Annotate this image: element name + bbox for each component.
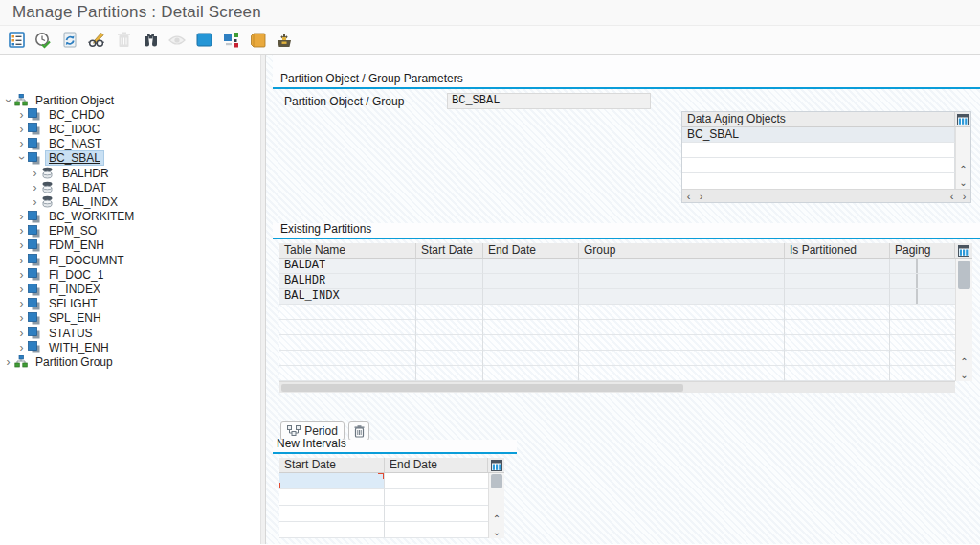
tree-item-fdm-enh[interactable]: › FDM_ENH — [0, 238, 260, 253]
cell-group[interactable] — [579, 289, 785, 305]
column-header-is-partitioned[interactable]: Is Partitioned — [785, 243, 890, 259]
start-date-input[interactable] — [279, 489, 385, 506]
chevron-right-icon[interactable]: › — [15, 212, 28, 221]
cell-is-partitioned[interactable] — [785, 274, 890, 289]
table-row[interactable] — [279, 489, 488, 506]
tree-item-bc-chdo[interactable]: › BC_CHDO — [0, 107, 260, 122]
tree-item-bc-nast[interactable]: › BC_NAST — [0, 137, 260, 151]
start-date-input[interactable] — [279, 473, 385, 489]
end-date-input[interactable] — [385, 506, 488, 522]
chevron-right-icon[interactable]: › — [15, 139, 28, 148]
refresh-button[interactable] — [61, 32, 78, 49]
display-change-button[interactable] — [88, 32, 105, 49]
chevron-down-icon[interactable]: › — [17, 152, 27, 165]
vertical-scrollbar[interactable] — [488, 473, 504, 511]
cell-table-name[interactable]: BAL_INDX — [279, 289, 416, 305]
column-header-start-date[interactable]: Start Date — [416, 243, 483, 259]
column-header-table-name[interactable]: Table Name — [279, 243, 416, 259]
scroll-right-button[interactable]: › — [958, 191, 970, 202]
chevron-right-icon[interactable]: › — [15, 125, 28, 134]
tree-item-bal-indx[interactable]: › BAL_INDX — [0, 194, 260, 209]
table-row[interactable]: BALHDR — [279, 274, 955, 289]
table-row[interactable]: BALDAT — [279, 259, 955, 274]
tree-item-status[interactable]: › STATUS — [0, 326, 260, 340]
chevron-right-icon[interactable]: › — [29, 197, 41, 207]
chevron-right-icon[interactable]: › — [15, 270, 28, 280]
delete-button[interactable] — [115, 32, 132, 49]
scrollbar-thumb[interactable] — [281, 384, 683, 392]
cell-start-date[interactable] — [416, 259, 483, 274]
tree-item-fi-documnt[interactable]: › FI_DOCUMNT — [0, 253, 260, 267]
table-row-empty[interactable] — [279, 320, 955, 335]
cell-paging[interactable] — [890, 289, 955, 305]
paging-checkbox[interactable] — [916, 259, 918, 273]
legend-button[interactable] — [222, 32, 239, 49]
start-date-input[interactable] — [279, 522, 385, 538]
cell-group[interactable] — [579, 274, 785, 289]
cell-group[interactable] — [579, 259, 785, 274]
note-button[interactable] — [249, 32, 266, 49]
scroll-left-button[interactable]: ‹ — [682, 191, 695, 202]
column-header-start-date[interactable]: Start Date — [279, 458, 385, 473]
tree-item-partition-object[interactable]: › Partition Object — [0, 93, 260, 107]
data-aging-row[interactable] — [682, 173, 955, 189]
tree-item-epm-so[interactable]: › EPM_SO — [0, 224, 260, 238]
tree-item-baldat[interactable]: › BALDAT — [0, 180, 260, 194]
tree-item-bc-idoc[interactable]: › BC_IDOC — [0, 122, 260, 136]
delete-interval-button[interactable] — [348, 421, 369, 441]
preview-button[interactable] — [168, 32, 186, 49]
tree-item-bc-sbal[interactable]: › BC_SBAL — [0, 151, 260, 166]
tree-item-fi-index[interactable]: › FI_INDEX — [0, 282, 260, 296]
table-settings-button[interactable] — [955, 112, 970, 127]
cell-start-date[interactable] — [416, 274, 483, 289]
chevron-down-icon[interactable]: › — [4, 94, 13, 106]
cell-paging[interactable] — [890, 259, 955, 274]
end-date-input[interactable] — [385, 473, 488, 489]
chevron-right-icon[interactable]: › — [15, 313, 28, 323]
detail-list-button[interactable] — [8, 32, 25, 49]
chevron-right-icon[interactable]: › — [15, 226, 28, 236]
paging-checkbox[interactable] — [916, 274, 918, 288]
table-row-empty[interactable] — [279, 335, 955, 351]
column-header-end-date[interactable]: End Date — [385, 458, 488, 473]
cell-paging[interactable] — [890, 274, 955, 289]
chevron-right-icon[interactable]: › — [15, 284, 28, 294]
chevron-right-icon[interactable]: › — [15, 110, 28, 120]
paging-checkbox[interactable] — [916, 289, 918, 304]
cell-start-date[interactable] — [416, 289, 483, 305]
scrollbar-thumb[interactable] — [491, 474, 502, 488]
cell-table-name[interactable]: BALHDR — [279, 274, 416, 289]
scrollbar-thumb[interactable] — [958, 261, 970, 289]
column-header-group[interactable]: Group — [579, 243, 785, 259]
scroll-up-button[interactable]: ⌃ — [955, 162, 970, 175]
column-header-paging[interactable]: Paging — [890, 243, 955, 259]
scroll-up-button[interactable]: ⌃ — [955, 354, 972, 368]
table-row-empty[interactable] — [279, 366, 955, 381]
table-row[interactable]: BAL_INDX — [279, 289, 955, 305]
schedule-check-button[interactable] — [34, 32, 52, 49]
cell-end-date[interactable] — [483, 289, 579, 305]
chevron-right-icon[interactable]: › — [15, 299, 28, 308]
tree-item-bc-workitem[interactable]: › BC_WORKITEM — [0, 210, 260, 224]
start-date-input[interactable] — [279, 506, 385, 522]
data-aging-row[interactable]: BC_SBAL — [682, 127, 955, 143]
scroll-down-button[interactable]: ⌄ — [488, 525, 504, 538]
block-button[interactable] — [195, 32, 212, 49]
tree-item-sflight[interactable]: › SFLIGHT — [0, 297, 260, 311]
chevron-right-icon[interactable]: › — [2, 357, 14, 367]
scroll-left-button[interactable]: ‹ — [946, 191, 958, 202]
chevron-right-icon[interactable]: › — [15, 256, 28, 265]
partition-object-group-field[interactable]: BC_SBAL — [447, 93, 651, 109]
cell-is-partitioned[interactable] — [785, 259, 890, 274]
cell-is-partitioned[interactable] — [785, 289, 890, 305]
table-row[interactable] — [279, 522, 488, 538]
tree-item-spl-enh[interactable]: › SPL_ENH — [0, 311, 260, 326]
horizontal-scrollbar[interactable] — [279, 381, 955, 393]
chevron-right-icon[interactable]: › — [15, 343, 28, 352]
column-header-end-date[interactable]: End Date — [483, 243, 579, 259]
end-date-input[interactable] — [385, 522, 488, 538]
end-date-input[interactable] — [385, 489, 488, 506]
table-row-empty[interactable] — [279, 351, 955, 366]
vertical-scrollbar[interactable] — [955, 127, 970, 162]
vertical-scrollbar[interactable] — [955, 259, 972, 354]
